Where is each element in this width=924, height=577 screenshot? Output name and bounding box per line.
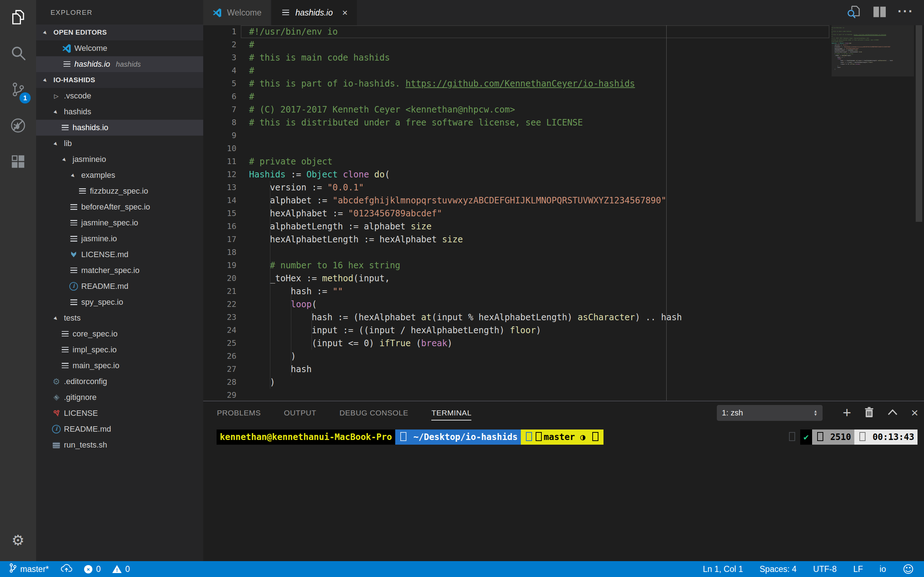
- panel-tab-output[interactable]: OUTPUT: [284, 401, 317, 424]
- status-bar: master*×0!0 Ln 1, Col 1Spaces: 4UTF-8LFi…: [0, 561, 924, 577]
- close-icon[interactable]: ×: [342, 8, 347, 17]
- tree-file-license-md[interactable]: LICENSE.md: [36, 247, 203, 263]
- scrollbar-slider[interactable]: [916, 25, 922, 222]
- tree-file-readme-md[interactable]: iREADME.md: [36, 279, 203, 294]
- open-changes-button[interactable]: [846, 5, 861, 20]
- chevron-expanded-icon: ▸: [50, 312, 62, 324]
- status-smiley[interactable]: ☺: [903, 563, 914, 575]
- status-utf-8[interactable]: UTF-8: [813, 564, 837, 574]
- smiley-icon: ☺: [903, 563, 914, 575]
- tree-file-matcher_spec-io[interactable]: matcher_spec.io: [36, 263, 203, 279]
- activity-source-control-button[interactable]: 1: [0, 72, 36, 108]
- code-line: 14 alphabet := "abcdefghijklmnopqrstuvwx…: [203, 194, 924, 207]
- file-icon: [60, 363, 69, 369]
- kill-terminal-icon: [864, 407, 874, 419]
- tabs: Welcomehashids.io×: [203, 0, 358, 25]
- split-editor-button[interactable]: [872, 6, 887, 19]
- tree-file-run_tests-sh[interactable]: run_tests.sh: [36, 437, 203, 453]
- open-editor-welcome[interactable]: Welcome: [36, 40, 203, 56]
- tree-folder-examples[interactable]: ▸examples: [36, 167, 203, 183]
- tree-file-spy_spec-io[interactable]: spy_spec.io: [36, 294, 203, 310]
- tab-hashids-io[interactable]: hashids.io×: [271, 0, 358, 25]
- workspace-header[interactable]: ▸ IO-HASHIDS: [36, 72, 203, 88]
- panel-tab-debug-console[interactable]: DEBUG CONSOLE: [339, 401, 408, 424]
- missing-glyph-box-icon: [789, 432, 795, 441]
- tree-file-fizzbuzz_spec-io[interactable]: fizzbuzz_spec.io: [36, 183, 203, 199]
- code-line-text: version := "0.0.1": [249, 181, 364, 194]
- status-git-branch[interactable]: master*: [9, 563, 49, 575]
- tree-item-label: examples: [81, 171, 115, 180]
- activity-debug-button[interactable]: [0, 108, 36, 144]
- activity-extensions-button[interactable]: [0, 144, 36, 180]
- new-terminal-button[interactable]: +: [843, 407, 851, 419]
- file-icon: [69, 220, 78, 226]
- code-line-text: # this is part of io-hashids. https://gi…: [249, 77, 635, 90]
- line-number: 29: [203, 389, 236, 401]
- activity-files-button[interactable]: [0, 0, 36, 36]
- close-panel-button[interactable]: ×: [911, 408, 918, 418]
- open-editor-label: Welcome: [74, 44, 107, 53]
- open-editors-header[interactable]: ▸ OPEN EDITORS: [36, 24, 203, 40]
- tree-file-jasmine_spec-io[interactable]: jasmine_spec.io: [36, 215, 203, 231]
- maximize-panel-button[interactable]: [887, 409, 898, 417]
- code-line-text: # this is distributed under a free softw…: [249, 116, 583, 129]
- indent-guide-icon: [270, 350, 270, 363]
- status-warning[interactable]: !0: [112, 564, 130, 574]
- terminal-select[interactable]: 1: zsh ▲▼: [717, 405, 822, 421]
- code-editor[interactable]: 1#!/usr/bin/env io2#3# this is main code…: [203, 25, 924, 401]
- status-ln-1-col-1[interactable]: Ln 1, Col 1: [703, 564, 743, 574]
- line-number: 22: [203, 298, 236, 311]
- status-lf[interactable]: LF: [853, 564, 863, 574]
- more-button[interactable]: ···: [898, 8, 914, 17]
- code-line-text: ): [249, 376, 275, 389]
- editor-ruler: [666, 25, 667, 401]
- open-editor-hashids-io[interactable]: hashids.iohashids: [36, 56, 203, 72]
- status-error[interactable]: ×0: [84, 564, 101, 574]
- terminal[interactable]: kennethan@kennethanui-MacBook-Pro ~/Desk…: [216, 429, 918, 445]
- code-line: 11# private object: [203, 155, 924, 168]
- maximize-panel-icon: [887, 409, 898, 417]
- tree-file-license[interactable]: LICENSE: [36, 405, 203, 421]
- status-io[interactable]: io: [880, 564, 886, 574]
- file-lines-icon: [63, 61, 70, 67]
- tree-item-label: README.md: [64, 424, 111, 434]
- tree-folder-jasmineio[interactable]: ▸jasmineio: [36, 152, 203, 167]
- status-label: UTF-8: [813, 564, 837, 574]
- code-line-text: hexAlphabet := "0123456789abcdef": [249, 207, 442, 220]
- tree-file-hashids-io[interactable]: hashids.io: [36, 120, 203, 135]
- status-spaces-4[interactable]: Spaces: 4: [760, 564, 796, 574]
- activity-search-button[interactable]: [0, 36, 36, 72]
- close-panel-icon: ×: [911, 408, 918, 418]
- file-lines-icon: [282, 10, 289, 16]
- tree-file-beforeafter_spec-io[interactable]: beforeAfter_spec.io: [36, 199, 203, 215]
- line-number: 20: [203, 272, 236, 285]
- tree-folder-hashids[interactable]: ▸hashids: [36, 104, 203, 120]
- tree-file-impl_spec-io[interactable]: impl_spec.io: [36, 342, 203, 358]
- tree-file-readme-md[interactable]: iREADME.md: [36, 421, 203, 437]
- gear-file-icon: ⚙: [53, 377, 60, 385]
- tree-folder-tests[interactable]: ▸tests: [36, 310, 203, 326]
- tree-file--gitignore[interactable]: .gitignore: [36, 390, 203, 405]
- minimap[interactable]: #!/usr/bin/env io## this is main code ha…: [832, 25, 914, 401]
- tree-file-jasmine-io[interactable]: jasmine.io: [36, 231, 203, 247]
- tree-file-main_spec-io[interactable]: main_spec.io: [36, 358, 203, 374]
- editor-scrollbar[interactable]: [914, 25, 924, 401]
- missing-glyph-box-icon: [859, 432, 866, 441]
- chevron-expanded-icon: ▸: [40, 74, 52, 86]
- tree-file-core_spec-io[interactable]: core_spec.io: [36, 326, 203, 342]
- tree-file--editorconfig[interactable]: ⚙.editorconfig: [36, 374, 203, 390]
- tab-welcome[interactable]: Welcome: [203, 0, 271, 25]
- kill-terminal-button[interactable]: [864, 407, 874, 419]
- status-bar-right: Ln 1, Col 1Spaces: 4UTF-8LFio☺: [703, 563, 924, 575]
- file-icon: [69, 251, 78, 259]
- activity-settings-button[interactable]: ⚙: [0, 522, 36, 558]
- line-number: 13: [203, 181, 236, 194]
- tree-folder-lib[interactable]: ▸lib: [36, 135, 203, 152]
- code-line: 18: [203, 246, 924, 259]
- status-label: 0: [96, 564, 101, 574]
- code-line: 21 hash := "": [203, 285, 924, 298]
- panel-tab-problems[interactable]: PROBLEMS: [217, 401, 261, 424]
- status-cloud-upload[interactable]: [60, 563, 73, 575]
- panel-tab-terminal[interactable]: TERMINAL: [431, 401, 472, 424]
- tree-folder--vscode[interactable]: ▷.vscode: [36, 88, 203, 104]
